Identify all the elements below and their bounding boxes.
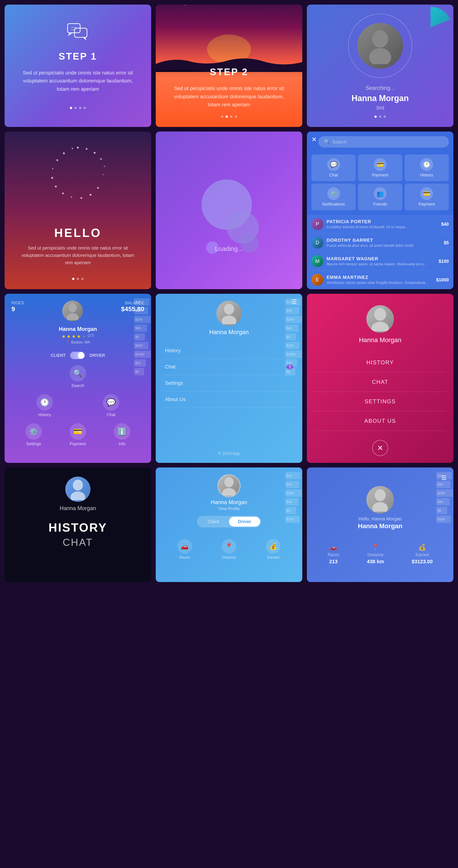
hello-description: Sed ut perspiciatis unde omnis iste natu…	[18, 244, 137, 266]
dot-3[interactable]	[230, 116, 232, 118]
list-item[interactable]: P PATRICIA PORTER Curabitur lobortis id …	[307, 215, 453, 234]
history-nav-label: History	[38, 412, 51, 417]
menu-item-history[interactable]: History	[163, 343, 295, 359]
settings-nav-button[interactable]: ⚙️ Settings	[25, 423, 42, 446]
radar-ticks-svg	[407, 5, 453, 51]
svg-point-16	[94, 152, 96, 154]
balance-section: BALANCE $455.80	[121, 301, 144, 313]
dot-4[interactable]	[235, 116, 237, 118]
dot-1[interactable]	[72, 278, 74, 280]
distance-icon: 📍	[222, 539, 236, 554]
user-desc: Vestibulum rutrum quam vitae fringilla t…	[327, 281, 428, 285]
earned-label: Earned	[416, 553, 429, 557]
action-payment[interactable]: 💳 Payment	[358, 154, 402, 181]
close-button[interactable]: ✕	[312, 136, 317, 143]
user-name-display: Hanna Morgan	[359, 336, 401, 344]
dot-1[interactable]	[70, 107, 72, 109]
dot-3[interactable]	[79, 107, 81, 109]
screen-loading: Loading...	[156, 131, 302, 289]
svg-point-35	[374, 308, 386, 321]
close-menu-button[interactable]: ✕	[372, 440, 388, 456]
bar-item: $240	[285, 316, 302, 323]
menu-item-about[interactable]: About Us	[163, 392, 295, 408]
client-driver-toggle-bar[interactable]: Client Driver	[197, 516, 261, 527]
screen-side-menu: $10 $55 $240 $40 $5 $100 $1000 $10 $5 ☰ …	[156, 294, 302, 463]
step2-content: STEP 2 Sed ut perspiciatis unde omnis is…	[169, 66, 289, 118]
dot-3[interactable]	[384, 116, 386, 118]
bar-label: $10	[287, 300, 292, 304]
driver-toggle-option[interactable]: Driver	[229, 517, 260, 527]
svg-point-38	[70, 492, 85, 500]
chat-nav-button[interactable]: 💬 Chat	[103, 394, 119, 417]
search-nav-button[interactable]: 🔍 Search	[70, 365, 86, 388]
list-item[interactable]: M MARGARET WAGNER Mauris rem tempor quam…	[307, 252, 453, 271]
list-item[interactable]: D DOROTHY GARRET Fusce vehicula dour arc…	[307, 234, 453, 252]
profile-center: Hanna Morgan ★ ★ ★ ★ ★ (27) 📍 Boston, MA	[11, 326, 144, 344]
nav-menu: 🔍 Search 🕐 History 💬 Chat ⚙️ Settings	[11, 365, 144, 446]
about-menu-label: About Us	[165, 396, 186, 402]
bar-chart-bg: $10 $55 $240 $40 $5 $100	[285, 467, 302, 582]
rides-section: RIDES 9	[11, 301, 24, 313]
search-bar[interactable]: 🔍 Search	[318, 136, 449, 148]
screen-step2: STEP 2 Sed ut perspiciatis unde omnis is…	[156, 5, 302, 127]
dot-2[interactable]	[77, 278, 79, 280]
action-payment2[interactable]: 💳 Payment	[405, 184, 449, 210]
action-friends[interactable]: 👥 Friends	[358, 184, 402, 210]
user-amount: $100	[439, 259, 449, 264]
dot-1[interactable]	[221, 116, 223, 118]
driver-label: DRIVER	[89, 353, 105, 358]
action-chat[interactable]: 💬 Chat	[312, 154, 356, 181]
hamburger-icon[interactable]: ☰	[441, 474, 447, 482]
svg-point-39	[224, 477, 234, 487]
notifications-label: Notifications	[322, 202, 345, 207]
rating-stars: ★ ★ ★ ★ ★ (27)	[62, 334, 94, 339]
payment-nav-button[interactable]: 💳 Payment	[70, 423, 86, 446]
view-profile-link[interactable]: View Profile	[218, 506, 240, 511]
screen-profile-dashboard: $10 $55 $240 $40 $5 $100 $1000 $10 $5 RI…	[5, 294, 151, 463]
screen-history-dark: Hanna Morgan HISTORY CHAT	[5, 467, 151, 582]
client-toggle-option[interactable]: Client	[198, 517, 229, 527]
hamburger-menu-icon[interactable]: ☰	[292, 298, 297, 305]
payment2-icon: 💳	[420, 187, 433, 200]
action-history[interactable]: 🕐 History	[405, 154, 449, 181]
dot-2[interactable]	[74, 107, 77, 109]
races-label: Races	[179, 555, 190, 560]
user-name-display: Hanna Morgan	[358, 522, 402, 530]
bar-item: $40	[285, 498, 298, 505]
earned-value: $3123.00	[412, 559, 433, 565]
app-footer: © 2016 App	[218, 446, 240, 456]
menu-item-chat[interactable]: Chat 3	[163, 359, 295, 375]
dot-1[interactable]	[374, 116, 377, 118]
about-menu-chat[interactable]: CHAT	[314, 372, 447, 392]
history-nav-button[interactable]: 🕐 History	[36, 394, 53, 417]
bar-item: $55	[285, 307, 299, 314]
dot-3[interactable]	[81, 278, 84, 280]
star-3: ★	[72, 334, 76, 339]
bar-label: $55	[437, 483, 443, 486]
dot-2[interactable]	[379, 116, 381, 118]
dot-2[interactable]	[226, 116, 228, 118]
about-menu-settings[interactable]: SETTINGS	[314, 392, 447, 411]
radar-circle	[348, 14, 412, 78]
balance-label: BALANCE	[121, 301, 144, 305]
menu-item-settings[interactable]: Settings	[163, 375, 295, 392]
rides-label: RIDES	[11, 301, 24, 305]
loading-text: Loading...	[215, 245, 243, 252]
about-menu-about[interactable]: ABOUT US	[314, 411, 447, 431]
client-label: CLIENT	[51, 353, 65, 358]
payment-nav-label: Payment	[70, 441, 86, 446]
client-driver-toggle[interactable]: CLIENT DRIVER	[11, 352, 144, 359]
hello-title: HELLO	[54, 226, 101, 240]
about-menu-history[interactable]: HISTORY	[314, 353, 447, 372]
action-notifications[interactable]: ⚙️ Notifications	[312, 184, 356, 210]
user-name-display: Hanna Morgan	[60, 505, 96, 512]
svg-point-10	[185, 5, 185, 5]
toggle-switch[interactable]	[70, 352, 85, 359]
avatar: M	[312, 255, 323, 267]
user-desc: Fusce vehicula dour arcu, sit amet bland…	[327, 244, 414, 248]
list-item[interactable]: E EMMA MARTINEZ Vestibulum rutrum quam v…	[307, 271, 453, 289]
info-nav-button[interactable]: ℹ️ Info	[114, 423, 130, 446]
friends-label: Friends	[373, 202, 387, 207]
dot-4[interactable]	[84, 107, 86, 109]
star-5: ★	[82, 334, 86, 339]
